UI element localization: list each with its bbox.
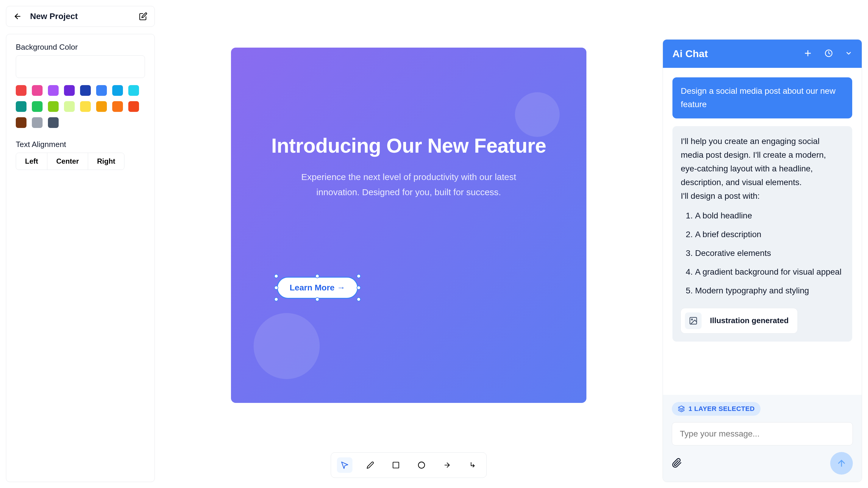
layer-selected-badge[interactable]: 1 LAYER SELECTED — [672, 402, 761, 416]
chat-messages: Design a social media post about our new… — [663, 68, 862, 395]
align-left-button[interactable]: Left — [16, 153, 47, 170]
resize-handle[interactable] — [356, 286, 361, 290]
background-color-input[interactable] — [16, 55, 145, 78]
tool-toolbar — [331, 452, 487, 478]
ai-list-item: A bold headline — [695, 206, 844, 225]
ai-message-text: I'll help you create an engaging social … — [681, 134, 844, 190]
layer-badge-text: 1 LAYER SELECTED — [688, 405, 754, 413]
color-swatch[interactable] — [48, 101, 59, 112]
resize-handle[interactable] — [274, 274, 278, 278]
chat-panel: Ai Chat Design a social media post about… — [662, 39, 862, 482]
generation-label: Illustration generated — [710, 316, 788, 325]
chat-history-button[interactable] — [824, 49, 833, 59]
canvas-headline[interactable]: Introducing Our New Feature — [267, 131, 551, 160]
attach-button[interactable] — [672, 458, 682, 469]
svg-marker-9 — [678, 406, 684, 409]
color-swatch[interactable] — [64, 101, 75, 112]
ai-message: I'll help you create an engaging social … — [673, 126, 852, 341]
resize-handle[interactable] — [315, 274, 319, 278]
circle-tool[interactable] — [414, 457, 429, 473]
color-swatch[interactable] — [112, 101, 123, 112]
chat-footer: 1 LAYER SELECTED — [663, 395, 862, 482]
background-color-label: Background Color — [16, 42, 145, 52]
back-button[interactable] — [13, 12, 22, 21]
color-swatch[interactable] — [48, 117, 59, 128]
canvas[interactable]: Introducing Our New Feature Experience t… — [231, 47, 586, 403]
color-swatch[interactable] — [128, 101, 139, 112]
color-swatch[interactable] — [16, 117, 27, 128]
color-swatch[interactable] — [32, 85, 42, 96]
decorative-circle — [515, 92, 560, 137]
color-swatch[interactable] — [64, 85, 75, 96]
align-center-button[interactable]: Center — [47, 153, 88, 170]
ai-list-item: A brief description — [695, 225, 844, 244]
canvas-subheadline[interactable]: Experience the next level of productivit… — [281, 169, 537, 200]
color-swatch[interactable] — [96, 85, 107, 96]
layers-icon — [678, 405, 685, 413]
text-alignment-group: Left Center Right — [16, 153, 124, 170]
pencil-tool[interactable] — [363, 457, 378, 473]
collapse-chat-button[interactable] — [845, 50, 852, 58]
color-swatch[interactable] — [16, 101, 27, 112]
decorative-circle — [254, 313, 320, 379]
ai-message-list: A bold headlineA brief descriptionDecora… — [695, 206, 844, 300]
svg-point-8 — [691, 319, 693, 320]
chat-title: Ai Chat — [673, 48, 708, 60]
svg-rect-1 — [393, 462, 399, 468]
arrow-tool[interactable] — [439, 457, 455, 473]
edit-title-button[interactable] — [139, 12, 147, 21]
new-chat-button[interactable] — [803, 49, 812, 59]
project-header: New Project — [6, 6, 155, 27]
selected-element[interactable]: Learn More → — [277, 277, 358, 299]
project-title: New Project — [30, 11, 78, 21]
user-message: Design a social media post about our new… — [673, 77, 852, 119]
ai-list-item: Modern typography and styling — [695, 281, 844, 300]
color-swatch[interactable] — [48, 85, 59, 96]
generation-result[interactable]: Illustration generated — [681, 308, 798, 333]
rectangle-tool[interactable] — [388, 457, 404, 473]
resize-handle[interactable] — [356, 297, 361, 301]
elbow-arrow-tool[interactable] — [465, 457, 480, 473]
align-right-button[interactable]: Right — [88, 153, 124, 170]
chat-header: Ai Chat — [663, 40, 862, 68]
chat-input[interactable] — [672, 422, 853, 446]
ai-message-text: I'll design a post with: — [681, 189, 844, 203]
text-alignment-label: Text Alignment — [16, 140, 145, 149]
color-swatch[interactable] — [32, 101, 42, 112]
color-swatch[interactable] — [80, 85, 91, 96]
color-swatch[interactable] — [32, 117, 42, 128]
image-icon — [685, 313, 702, 329]
resize-handle[interactable] — [274, 297, 278, 301]
resize-handle[interactable] — [315, 297, 319, 301]
color-swatch[interactable] — [16, 85, 27, 96]
color-swatch[interactable] — [96, 101, 107, 112]
color-swatch[interactable] — [112, 85, 123, 96]
properties-panel: Background Color Text Alignment Left Cen… — [6, 34, 155, 482]
resize-handle[interactable] — [356, 274, 361, 278]
color-swatch-grid — [16, 85, 145, 128]
resize-handle[interactable] — [274, 286, 278, 290]
svg-point-2 — [418, 462, 425, 468]
color-swatch[interactable] — [128, 85, 139, 96]
cta-button[interactable]: Learn More → — [277, 277, 358, 299]
color-swatch[interactable] — [80, 101, 91, 112]
ai-list-item: A gradient background for visual appeal — [695, 262, 844, 281]
cursor-tool[interactable] — [337, 457, 352, 473]
send-button[interactable] — [830, 452, 853, 475]
ai-list-item: Decorative elements — [695, 244, 844, 262]
